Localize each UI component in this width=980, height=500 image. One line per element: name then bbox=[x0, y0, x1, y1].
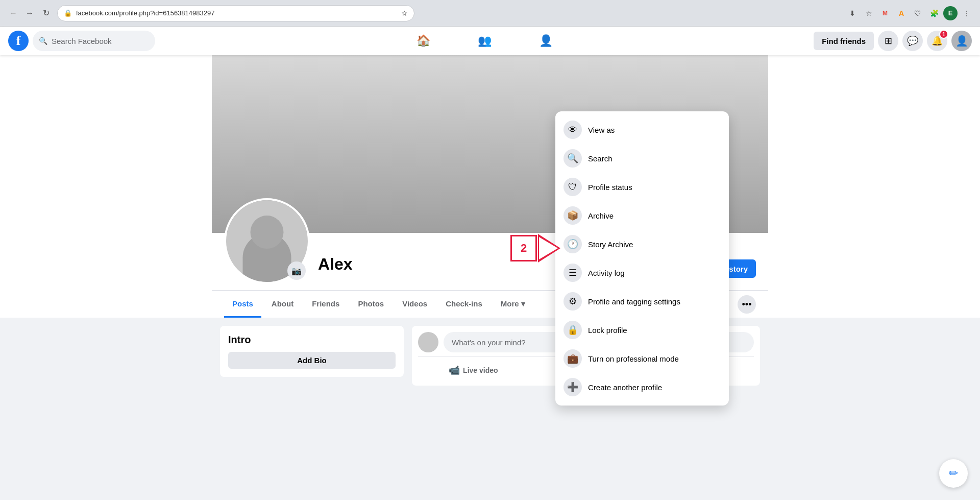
lock-icon: 🔒 bbox=[64, 9, 72, 17]
forward-button[interactable]: → bbox=[22, 6, 37, 20]
story-archive-label: Story Archive bbox=[588, 240, 633, 249]
nav-center: 🏠 👥 👤 bbox=[155, 29, 814, 53]
dropdown-story-archive[interactable]: 🕐 Story Archive bbox=[555, 230, 729, 258]
view-as-label: View as bbox=[588, 126, 615, 134]
gmail-icon-btn[interactable]: M bbox=[878, 6, 892, 20]
tab-about-label: About bbox=[272, 299, 293, 308]
search-icon: 🔍 bbox=[39, 37, 47, 45]
address-bar[interactable]: 🔒 facebook.com/profile.php?id=6156381498… bbox=[57, 5, 414, 21]
dropdown-professional-mode[interactable]: 💼 Turn on professional mode bbox=[555, 344, 729, 373]
forward-icon: → bbox=[26, 9, 34, 18]
dropdown-view-as[interactable]: 👁 View as bbox=[555, 115, 729, 144]
star-btn[interactable]: ☆ bbox=[862, 6, 876, 20]
add-bio-button[interactable]: Add Bio bbox=[228, 352, 396, 369]
live-video-label: Live video bbox=[463, 366, 498, 374]
facebook-content: 📷 Alex + Add to story Posts About bbox=[0, 55, 980, 500]
intro-card: Intro Add Bio bbox=[220, 326, 404, 377]
grid-icon: ⊞ bbox=[885, 35, 892, 46]
reload-icon: ↻ bbox=[43, 8, 50, 18]
a-icon-btn[interactable]: A bbox=[894, 6, 909, 20]
notification-badge: 1 bbox=[939, 30, 948, 39]
story-archive-icon: 🕐 bbox=[564, 235, 582, 253]
dropdown-lock-profile[interactable]: 🔒 Lock profile bbox=[555, 316, 729, 344]
tab-photos[interactable]: Photos bbox=[350, 291, 392, 318]
camera-icon: 📷 bbox=[291, 266, 302, 276]
tab-about[interactable]: About bbox=[263, 291, 302, 318]
browser-menu-btn[interactable]: ⋮ bbox=[960, 6, 974, 20]
professional-mode-icon: 💼 bbox=[564, 349, 582, 368]
tab-videos-label: Videos bbox=[402, 299, 427, 308]
profile-status-label: Profile status bbox=[588, 183, 632, 192]
lock-profile-label: Lock profile bbox=[588, 326, 627, 335]
activity-log-label: Activity log bbox=[588, 269, 625, 277]
tab-photos-label: Photos bbox=[358, 299, 384, 308]
profile-tagging-icon: ⚙ bbox=[564, 292, 582, 311]
archive-icon: 📦 bbox=[564, 206, 582, 225]
post-placeholder: What's on your mind? bbox=[452, 338, 526, 347]
dropdown-profile-status[interactable]: 🛡 Profile status bbox=[555, 173, 729, 201]
reload-button[interactable]: ↻ bbox=[39, 6, 53, 20]
browser-actions: ⬇ ☆ M A 🛡 🧩 E ⋮ bbox=[845, 6, 974, 20]
url-text: facebook.com/profile.php?id=615638149832… bbox=[76, 9, 397, 17]
profile-indicator[interactable]: E bbox=[943, 6, 958, 20]
dropdown-activity-log[interactable]: ☰ Activity log bbox=[555, 258, 729, 287]
home-icon: 🏠 bbox=[416, 34, 430, 47]
find-friends-button[interactable]: Find friends bbox=[814, 32, 874, 50]
tab-friends-label: Friends bbox=[312, 299, 339, 308]
facebook-navbar: f 🔍 Search Facebook 🏠 👥 👤 Find friends ⊞… bbox=[0, 27, 980, 55]
post-avatar bbox=[418, 332, 438, 352]
change-avatar-button[interactable]: 📷 bbox=[287, 261, 306, 280]
dropdown-create-profile[interactable]: ➕ Create another profile bbox=[555, 373, 729, 401]
professional-mode-label: Turn on professional mode bbox=[588, 354, 679, 363]
tab-checkins[interactable]: Check-ins bbox=[437, 291, 491, 318]
search-dropdown-label: Search bbox=[588, 154, 612, 163]
search-box[interactable]: 🔍 Search Facebook bbox=[33, 31, 155, 51]
archive-label: Archive bbox=[588, 211, 614, 220]
tab-checkins-label: Check-ins bbox=[446, 299, 482, 308]
tab-posts[interactable]: Posts bbox=[224, 291, 261, 318]
watch-icon: 👤 bbox=[539, 34, 553, 47]
extensions-icon-btn[interactable]: 🧩 bbox=[927, 6, 941, 20]
facebook-logo[interactable]: f bbox=[8, 31, 29, 51]
browser-nav-buttons: ← → ↻ bbox=[6, 6, 53, 20]
tab-more[interactable]: More ▾ bbox=[493, 291, 533, 318]
compose-button[interactable]: ✏ bbox=[939, 459, 968, 488]
create-profile-icon: ➕ bbox=[564, 378, 582, 396]
messenger-button[interactable]: 💬 bbox=[902, 31, 923, 51]
star-icon[interactable]: ☆ bbox=[401, 9, 408, 17]
search-dropdown-icon: 🔍 bbox=[564, 149, 582, 168]
profile-tagging-label: Profile and tagging settings bbox=[588, 297, 680, 306]
lock-profile-icon: 🔒 bbox=[564, 321, 582, 339]
grid-menu-button[interactable]: ⊞ bbox=[878, 31, 898, 51]
back-button[interactable]: ← bbox=[6, 6, 20, 20]
download-icon-btn[interactable]: ⬇ bbox=[845, 6, 860, 20]
tab-more-label: More ▾ bbox=[501, 299, 525, 308]
shield-icon-btn[interactable]: 🛡 bbox=[911, 6, 925, 20]
nav-right: Find friends ⊞ 💬 🔔 1 👤 bbox=[814, 31, 972, 51]
intro-title: Intro bbox=[228, 334, 396, 346]
back-icon: ← bbox=[9, 9, 17, 18]
ellipsis-icon: ••• bbox=[742, 299, 752, 310]
nav-watch[interactable]: 👤 bbox=[517, 29, 574, 53]
compose-icon: ✏ bbox=[949, 467, 958, 480]
messenger-icon: 💬 bbox=[907, 35, 918, 46]
avatar-placeholder: 👤 bbox=[951, 31, 972, 51]
view-as-icon: 👁 bbox=[564, 121, 582, 139]
tab-videos[interactable]: Videos bbox=[394, 291, 435, 318]
search-placeholder: Search Facebook bbox=[52, 37, 112, 45]
live-video-button[interactable]: 📹 Live video bbox=[418, 361, 529, 379]
profile-dropdown-menu: 👁 View as 🔍 Search 🛡 Profile status 📦 Ar… bbox=[555, 111, 729, 406]
profile-avatar-button[interactable]: 👤 bbox=[951, 31, 972, 51]
profile-avatar-container: 📷 bbox=[224, 198, 310, 284]
left-column: Intro Add Bio bbox=[220, 326, 404, 386]
nav-home[interactable]: 🏠 bbox=[395, 29, 452, 53]
profile-status-icon: 🛡 bbox=[564, 178, 582, 196]
nav-friends[interactable]: 👥 bbox=[456, 29, 513, 53]
create-profile-label: Create another profile bbox=[588, 383, 662, 392]
dropdown-search[interactable]: 🔍 Search bbox=[555, 144, 729, 173]
tab-more-options-button[interactable]: ••• bbox=[738, 295, 756, 314]
dropdown-archive[interactable]: 📦 Archive bbox=[555, 201, 729, 230]
dropdown-profile-tagging[interactable]: ⚙ Profile and tagging settings bbox=[555, 287, 729, 316]
notifications-button[interactable]: 🔔 1 bbox=[927, 31, 947, 51]
tab-friends[interactable]: Friends bbox=[304, 291, 348, 318]
